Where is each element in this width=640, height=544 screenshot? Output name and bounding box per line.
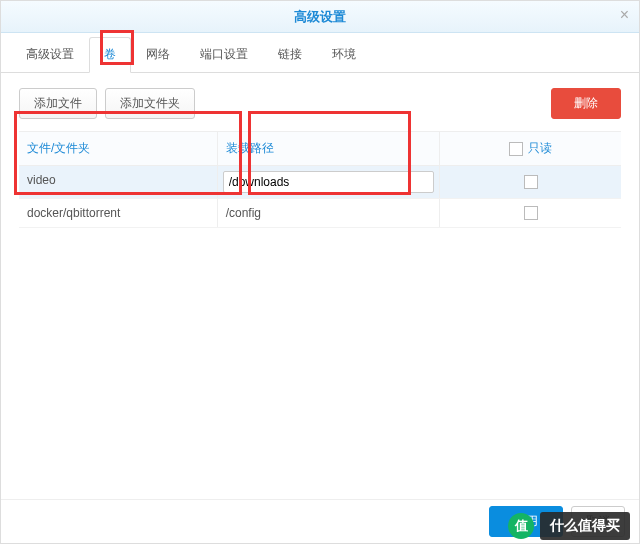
tab-advanced[interactable]: 高级设置 [11,37,89,72]
add-folder-button[interactable]: 添加文件夹 [105,88,195,119]
toolbar: 添加文件 添加文件夹 删除 [19,88,621,119]
header-mount[interactable]: 装载路径 [218,132,441,165]
readonly-checkbox[interactable] [524,206,538,220]
dialog-header: 高级设置 × [1,1,639,33]
volume-grid: 文件/文件夹 装载路径 只读 video do [19,131,621,228]
readonly-checkbox[interactable] [524,175,538,189]
dialog-window: 高级设置 × 高级设置 卷 网络 端口设置 链接 环境 添加文件 添加文件夹 删… [0,0,640,544]
table-row[interactable]: video [19,166,621,199]
header-readonly: 只读 [440,132,621,165]
cell-readonly [440,199,621,227]
mount-input[interactable] [223,171,435,193]
tab-env[interactable]: 环境 [317,37,371,72]
readonly-header-label: 只读 [528,140,552,157]
watermark: 值 什么值得买 [508,512,630,540]
delete-button[interactable]: 删除 [551,88,621,119]
header-path[interactable]: 文件/文件夹 [19,132,218,165]
tab-bar: 高级设置 卷 网络 端口设置 链接 环境 [1,33,639,73]
watermark-badge-icon: 值 [508,513,534,539]
dialog-title: 高级设置 [294,8,346,26]
tab-port[interactable]: 端口设置 [185,37,263,72]
cell-mount: /config [218,199,441,227]
mount-value[interactable]: /config [223,204,435,222]
watermark-text: 什么值得买 [540,512,630,540]
cell-path: docker/qbittorrent [19,199,218,227]
readonly-header-checkbox[interactable] [509,142,523,156]
grid-header: 文件/文件夹 装载路径 只读 [19,132,621,166]
tab-link[interactable]: 链接 [263,37,317,72]
cell-readonly [440,166,621,198]
table-row[interactable]: docker/qbittorrent /config [19,199,621,228]
close-icon[interactable]: × [620,6,629,24]
tab-volume[interactable]: 卷 [89,37,131,73]
cell-path: video [19,166,218,198]
tab-network[interactable]: 网络 [131,37,185,72]
add-file-button[interactable]: 添加文件 [19,88,97,119]
cell-mount [218,166,441,198]
content-area: 添加文件 添加文件夹 删除 文件/文件夹 装载路径 只读 video [1,73,639,499]
